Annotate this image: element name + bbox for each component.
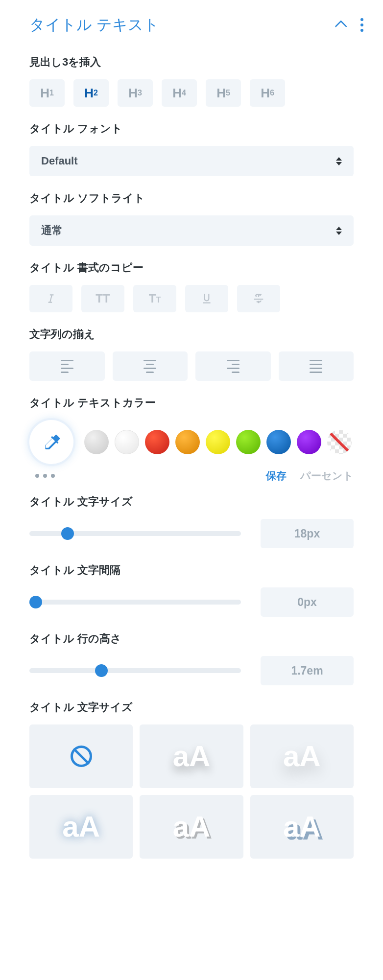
swatch-blue[interactable] xyxy=(266,430,291,454)
text-size-row: 18px xyxy=(29,519,354,548)
font-label: タイトル フォント xyxy=(29,121,354,136)
color-sub-row: 保存 パーセント xyxy=(0,468,383,485)
align-center-button[interactable] xyxy=(113,351,188,381)
font-value: Default xyxy=(41,155,78,167)
text-shadow-section: タイトル 文字サイズ aA aA aA aA aA xyxy=(0,690,383,863)
more-swatches-icon[interactable] xyxy=(35,474,55,478)
align-label: 文字列の揃え xyxy=(29,327,354,342)
align-justify-button[interactable] xyxy=(279,351,354,381)
shadow-preset-4[interactable]: aA xyxy=(140,795,243,859)
swatch-green[interactable] xyxy=(236,430,261,454)
swatch-purple[interactable] xyxy=(297,430,321,454)
align-section: 文字列の揃え xyxy=(0,317,383,386)
text-shadow-label: タイトル 文字サイズ xyxy=(29,700,354,715)
shadow-sample: aA xyxy=(283,812,321,841)
strikethrough-icon xyxy=(252,292,265,305)
save-link[interactable]: 保存 xyxy=(266,469,287,483)
more-menu-icon[interactable] xyxy=(360,18,363,32)
eyedropper-icon xyxy=(42,432,61,452)
shadow-preset-5[interactable]: aA xyxy=(250,795,354,859)
swatch-yellow[interactable] xyxy=(206,430,230,454)
heading-label: 見出し3を挿入 xyxy=(29,55,354,70)
heading-row: H1 H2 H3 H4 H5 H6 xyxy=(29,79,354,107)
heading-h3[interactable]: H3 xyxy=(118,79,153,107)
format-row: TT TT xyxy=(29,285,354,312)
line-height-value[interactable]: 1.7em xyxy=(261,656,354,685)
smallcaps-button[interactable]: TT xyxy=(133,285,176,312)
swatch-red[interactable] xyxy=(145,430,169,454)
letter-spacing-label: タイトル 文字間隔 xyxy=(29,563,354,578)
softlight-select[interactable]: 通常 xyxy=(29,215,354,246)
text-size-value[interactable]: 18px xyxy=(261,519,354,548)
align-row xyxy=(29,351,354,381)
align-right-icon xyxy=(227,360,239,373)
color-sub-links: 保存 パーセント xyxy=(266,469,354,483)
align-left-button[interactable] xyxy=(29,351,105,381)
letter-spacing-section: タイトル 文字間隔 0px xyxy=(0,553,383,622)
title-text-panel: タイトル テキスト 見出し3を挿入 H1 H2 H3 H4 H5 H6 タイトル… xyxy=(0,0,383,863)
text-size-slider[interactable] xyxy=(29,528,241,539)
panel-title: タイトル テキスト xyxy=(29,15,159,35)
shadow-sample: aA xyxy=(283,742,321,771)
format-label: タイトル 書式のコピー xyxy=(29,260,354,275)
line-height-section: タイトル 行の高さ 1.7em xyxy=(0,622,383,690)
line-height-row: 1.7em xyxy=(29,656,354,685)
shadow-preset-2[interactable]: aA xyxy=(250,724,354,788)
text-size-section: タイトル 文字サイズ 18px xyxy=(0,485,383,553)
italic-button[interactable] xyxy=(29,285,72,312)
none-icon xyxy=(71,746,92,767)
underline-button[interactable] xyxy=(185,285,228,312)
smallcaps-icon: TT xyxy=(149,292,161,305)
softlight-label: タイトル ソフトライト xyxy=(29,191,354,206)
color-label: タイトル テキストカラー xyxy=(29,396,354,410)
shadow-sample: aA xyxy=(62,812,100,841)
header-actions xyxy=(338,18,363,32)
line-height-slider[interactable] xyxy=(29,665,241,676)
align-center-icon xyxy=(144,360,156,373)
shadow-preset-1[interactable]: aA xyxy=(140,724,243,788)
heading-h2[interactable]: H2 xyxy=(73,79,109,107)
color-picker-button[interactable] xyxy=(29,420,73,464)
format-section: タイトル 書式のコピー TT TT xyxy=(0,251,383,317)
shadow-none-tile[interactable] xyxy=(29,724,133,788)
color-row xyxy=(29,420,354,468)
strikethrough-button[interactable] xyxy=(237,285,280,312)
align-right-button[interactable] xyxy=(195,351,271,381)
italic-icon xyxy=(45,292,57,305)
panel-header: タイトル テキスト xyxy=(0,0,383,45)
swatch-grey[interactable] xyxy=(84,430,109,454)
align-justify-icon xyxy=(310,360,322,373)
text-shadow-grid: aA aA aA aA aA xyxy=(29,724,354,859)
letter-spacing-row: 0px xyxy=(29,587,354,617)
shadow-sample: aA xyxy=(173,742,211,771)
select-arrows-icon xyxy=(336,227,342,235)
swatch-orange[interactable] xyxy=(175,430,200,454)
text-size-label: タイトル 文字サイズ xyxy=(29,494,354,509)
shadow-sample: aA xyxy=(173,812,211,841)
letter-spacing-value[interactable]: 0px xyxy=(261,587,354,617)
swatch-white[interactable] xyxy=(115,430,139,454)
heading-h1[interactable]: H1 xyxy=(29,79,65,107)
heading-section: 見出し3を挿入 H1 H2 H3 H4 H5 H6 xyxy=(0,45,383,112)
color-section: タイトル テキストカラー xyxy=(0,386,383,468)
font-select[interactable]: Default xyxy=(29,146,354,176)
line-height-label: タイトル 行の高さ xyxy=(29,631,354,646)
uppercase-icon: TT xyxy=(96,292,110,305)
heading-h5[interactable]: H5 xyxy=(206,79,241,107)
heading-h4[interactable]: H4 xyxy=(162,79,197,107)
softlight-section: タイトル ソフトライト 通常 xyxy=(0,181,383,251)
select-arrows-icon xyxy=(336,157,342,165)
shadow-preset-3[interactable]: aA xyxy=(29,795,133,859)
align-left-icon xyxy=(61,360,73,373)
swatch-transparent[interactable] xyxy=(327,430,352,454)
underline-icon xyxy=(200,292,213,305)
letter-spacing-slider[interactable] xyxy=(29,597,241,607)
percent-link[interactable]: パーセント xyxy=(300,469,354,483)
font-section: タイトル フォント Default xyxy=(0,112,383,181)
heading-h6[interactable]: H6 xyxy=(250,79,285,107)
softlight-value: 通常 xyxy=(41,223,63,238)
collapse-icon[interactable] xyxy=(335,20,347,32)
uppercase-button[interactable]: TT xyxy=(81,285,124,312)
